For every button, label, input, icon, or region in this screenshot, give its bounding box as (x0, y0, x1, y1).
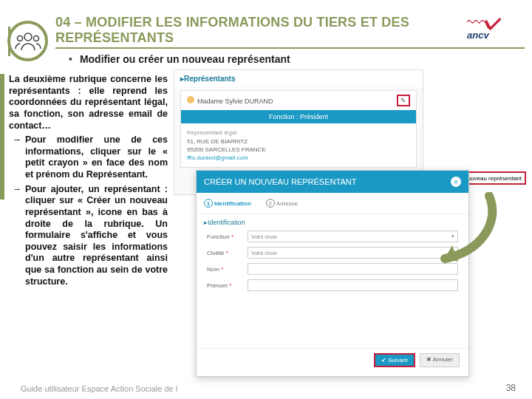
accent-bar (0, 74, 4, 200)
close-icon[interactable]: × (451, 177, 461, 187)
intro-paragraph: La deuxième rubrique concerne les représ… (9, 74, 168, 132)
chevron-down-icon: ▾ (451, 250, 454, 256)
rep-name: Madame Sylvie DURAND (197, 98, 273, 105)
group-icon-badge (7, 21, 48, 61)
bullet-2: Pour ajouter, un représentant : cliquer … (25, 184, 168, 288)
arrow-icon: → (9, 184, 25, 288)
svg-point-2 (33, 35, 38, 41)
bird-icon: 〰✔ (467, 16, 519, 30)
svg-point-0 (24, 33, 32, 41)
nom-input[interactable] (248, 263, 458, 275)
people-icon (15, 30, 41, 52)
address-line2: 95200 SARCELLES FRANCE (187, 146, 410, 153)
create-rep-modal-screenshot: CRÉER UN NOUVEAU REPRÉSENTANT × 1Identif… (196, 170, 469, 377)
ancv-logo: 〰✔ ancv (467, 16, 519, 41)
footer-text: Guide utilisateur Espace Action Sociale … (21, 384, 177, 393)
address-line1: 51, RUE DE BIARRITZ (187, 138, 410, 145)
label-prenom: Prénom (207, 282, 228, 289)
section-header: Représentants (174, 70, 423, 87)
modal-title: CRÉER UN NOUVEAU REPRÉSENTANT (204, 177, 356, 186)
form-section-header: Identification (197, 214, 468, 228)
arrow-icon: → (9, 134, 25, 181)
next-button[interactable]: ✔ Suivant (374, 353, 415, 367)
prenom-input[interactable] (248, 279, 458, 291)
cancel-button[interactable]: ✖ Annuler (420, 353, 460, 367)
avatar-icon (187, 96, 194, 103)
label-fonction: Fonction (207, 233, 230, 240)
civilite-select[interactable]: Votre choix▾ (248, 247, 458, 259)
page-subtitle: Modifier ou créer un nouveau représentan… (55, 53, 525, 65)
email-value: s.durand@gmail.com (187, 154, 410, 161)
bullet-1: Pour modifier une de ces informations, c… (25, 134, 168, 181)
step-2: 2Adresse (266, 199, 298, 208)
function-banner: Fonction : Président (181, 110, 416, 123)
page-title: 04 – MODIFIER LES INFORMATIONS DU TIERS … (55, 15, 525, 49)
chevron-down-icon: ▾ (451, 233, 454, 239)
step-1: 1Identification (204, 199, 251, 208)
legal-label: Représentant légal (187, 129, 410, 136)
label-civilite: Civilité (207, 250, 225, 256)
svg-point-1 (17, 35, 22, 41)
label-nom: Nom (207, 266, 219, 273)
edit-pencil-button[interactable]: ✎ (397, 95, 410, 106)
fonction-select[interactable]: Votre choix▾ (248, 231, 458, 242)
page-number: 38 (506, 383, 516, 393)
explanation-text: La deuxième rubrique concerne les représ… (9, 74, 168, 287)
